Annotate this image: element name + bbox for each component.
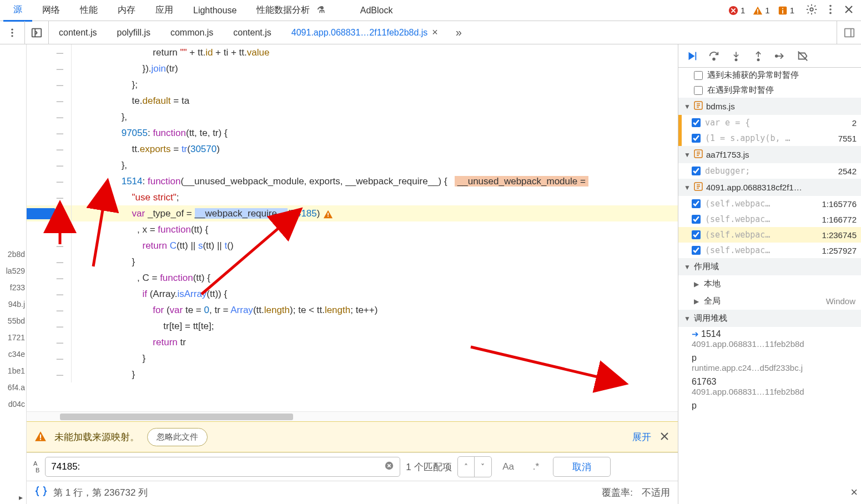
- breakpoint-item[interactable]: (self.webpac…1:257927: [678, 243, 861, 258]
- breakpoint-file-header[interactable]: ▼aa7f1753.js: [678, 146, 861, 163]
- code-line[interactable]: – "use strict";: [27, 189, 678, 205]
- file-tree-item[interactable]: 2b8d: [8, 250, 25, 259]
- cancel-search-button[interactable]: 取消: [553, 457, 611, 477]
- code-line[interactable]: – 1514: function(__unused_webpack_module…: [27, 173, 678, 189]
- file-tree-item[interactable]: d04c: [8, 400, 25, 409]
- scope-global[interactable]: ▶ 全局 Window: [678, 293, 861, 310]
- file-tree-item[interactable]: 6f4.a: [8, 383, 25, 392]
- breakpoint-item[interactable]: (1 = s.apply(b, …7551: [678, 130, 861, 146]
- panel-tab-performance[interactable]: 性能: [70, 0, 108, 21]
- code-editor[interactable]: – return "" + tt.id + ti + tt.value– }).…: [27, 44, 678, 411]
- file-tree-item[interactable]: 1721: [8, 333, 25, 342]
- file-tab[interactable]: polyfill.js: [107, 21, 160, 44]
- breakpoint-file-header[interactable]: ▼bdms.js: [678, 98, 861, 115]
- breakpoint-checkbox[interactable]: [692, 134, 701, 143]
- match-case-toggle[interactable]: Aa: [497, 457, 520, 477]
- code-line[interactable]: – te.default = ta: [27, 93, 678, 109]
- code-line[interactable]: – 97055: function(tt, te, tr) {: [27, 125, 678, 141]
- expand-tree-icon[interactable]: ▸: [19, 493, 23, 502]
- file-tree-item[interactable]: la529: [6, 266, 25, 275]
- code-line[interactable]: – tt.exports = tr(30570): [27, 141, 678, 157]
- file-tab[interactable]: content.js: [49, 21, 107, 44]
- pause-uncaught-checkbox[interactable]: [694, 71, 703, 80]
- breakpoint-checkbox[interactable]: [692, 215, 701, 224]
- pause-any-row[interactable]: 在遇到异常时暂停: [678, 83, 861, 98]
- code-line[interactable]: – },: [27, 157, 678, 173]
- toggle-sidebar-icon[interactable]: [837, 21, 861, 44]
- horizontal-scrollbar[interactable]: [27, 411, 678, 421]
- code-line[interactable]: – return "" + tt.id + ti + tt.value: [27, 44, 678, 61]
- error-badge[interactable]: 1: [728, 6, 745, 16]
- file-tree-item[interactable]: 1be1: [8, 366, 25, 375]
- show-navigator-icon[interactable]: [24, 21, 49, 44]
- breakpoint-checkbox[interactable]: [692, 246, 701, 255]
- code-line[interactable]: – return C(tt) || s(tt) || t(): [27, 238, 678, 254]
- pretty-print-icon[interactable]: [34, 485, 48, 501]
- code-line[interactable]: – return tr: [27, 334, 678, 350]
- close-devtools-icon[interactable]: [840, 1, 858, 20]
- breakpoint-checkbox[interactable]: [692, 118, 701, 127]
- breakpoint-item[interactable]: (self.webpac…1:165776: [678, 196, 861, 211]
- step-over-icon[interactable]: [706, 48, 722, 64]
- search-input[interactable]: [51, 461, 384, 472]
- more-tabs-icon[interactable]: »: [448, 26, 470, 39]
- code-line[interactable]: – };: [27, 77, 678, 93]
- resume-icon[interactable]: [684, 48, 699, 64]
- code-line[interactable]: – if (Array.isArray(tt)) {: [27, 286, 678, 302]
- code-line[interactable]: – }: [27, 366, 678, 382]
- code-line[interactable]: var _type_of = __webpack_require__(74185…: [27, 205, 678, 221]
- search-next-icon[interactable]: ˅: [475, 457, 491, 477]
- file-tab-active[interactable]: 4091.app.068831…2f11feb2b8d.js ×: [281, 21, 448, 44]
- pause-any-checkbox[interactable]: [694, 86, 703, 95]
- close-warning-icon[interactable]: [659, 431, 670, 443]
- close-tab-icon[interactable]: ×: [432, 27, 438, 38]
- code-line[interactable]: – },: [27, 109, 678, 125]
- panel-tab-network[interactable]: 网络: [32, 0, 70, 21]
- code-line[interactable]: – }: [27, 350, 678, 366]
- breakpoint-item[interactable]: var e = {2: [678, 115, 861, 130]
- file-tree-collapsed[interactable]: 2b8dla529f23394b.j55bd1721c34e1be16f4.ad…: [0, 44, 27, 504]
- pause-uncaught-row[interactable]: 遇到未捕获的异常时暂停: [678, 68, 861, 83]
- callstack-frame[interactable]: pruntime.app.c24…d5df233bc.j: [678, 351, 861, 375]
- step-icon[interactable]: [773, 48, 788, 64]
- file-tree-item[interactable]: c34e: [8, 350, 25, 359]
- code-line[interactable]: – }).join(tr): [27, 61, 678, 77]
- debugger-scroll[interactable]: 遇到未捕获的异常时暂停 在遇到异常时暂停 ▼bdms.jsvar e = {2(…: [678, 68, 861, 504]
- info-badge[interactable]: 1: [778, 6, 794, 16]
- more-vert-icon[interactable]: [0, 27, 24, 38]
- breakpoint-file-header[interactable]: ▼4091.app.0688318cf2f1…: [678, 179, 861, 196]
- scope-local[interactable]: ▶ 本地: [678, 275, 861, 293]
- code-line[interactable]: – , C = function(tt) {: [27, 270, 678, 286]
- breakpoint-item[interactable]: debugger;2542: [678, 163, 861, 179]
- panel-tab-sources[interactable]: 源: [3, 0, 32, 22]
- scope-header[interactable]: ▼ 作用域: [678, 258, 861, 275]
- code-line[interactable]: – , x = function(tt) {: [27, 221, 678, 238]
- warning-badge[interactable]: 1: [753, 6, 769, 16]
- panel-tab-lighthouse[interactable]: Lighthouse: [183, 1, 246, 20]
- kebab-menu-icon[interactable]: [821, 0, 840, 21]
- settings-icon[interactable]: [802, 0, 821, 21]
- step-into-icon[interactable]: [728, 48, 744, 64]
- file-tree-item[interactable]: 55bd: [8, 316, 25, 325]
- breakpoint-checkbox[interactable]: [692, 199, 701, 208]
- expand-warning-link[interactable]: 展开: [632, 431, 651, 443]
- panel-tab-memory[interactable]: 内存: [108, 0, 145, 21]
- regex-toggle[interactable]: .*: [525, 457, 547, 477]
- file-tree-item[interactable]: f233: [10, 283, 25, 292]
- ignore-file-button[interactable]: 忽略此文件: [147, 428, 208, 446]
- file-tree-item[interactable]: 94b.j: [8, 300, 25, 309]
- code-line[interactable]: – for (var te = 0, tr = Array(tt.length)…: [27, 302, 678, 318]
- panel-tab-adblock[interactable]: AdBlock: [350, 1, 403, 20]
- file-tab[interactable]: common.js: [160, 21, 223, 44]
- close-drawer-icon[interactable]: ×: [850, 485, 858, 500]
- breakpoint-item[interactable]: (self.webpac…1:166772: [678, 211, 861, 227]
- code-line[interactable]: – tr[te] = tt[te];: [27, 318, 678, 334]
- clear-search-icon[interactable]: [384, 460, 394, 474]
- execution-line-marker[interactable]: [27, 205, 69, 221]
- breakpoint-item[interactable]: (self.webpac…1:236745: [678, 227, 861, 243]
- search-prev-icon[interactable]: ˄: [458, 457, 475, 477]
- callstack-frame[interactable]: ➔15144091.app.068831…11feb2b8d: [678, 327, 861, 351]
- callstack-header[interactable]: ▼ 调用堆栈: [678, 310, 861, 327]
- deactivate-breakpoints-icon[interactable]: [795, 48, 810, 64]
- code-line[interactable]: – }: [27, 254, 678, 270]
